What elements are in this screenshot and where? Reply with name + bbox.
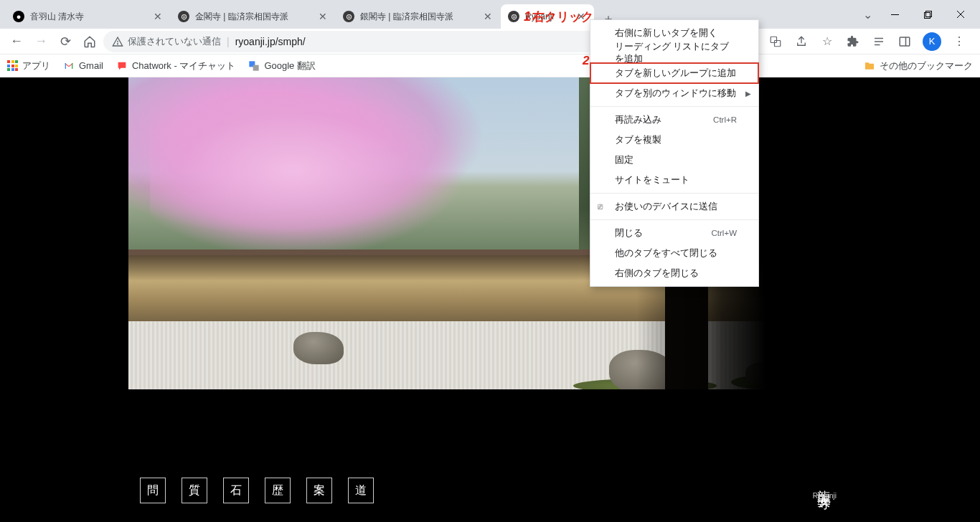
bookmarks-bar: アプリ Gmail Chatwork - マイチャット Google 翻訳 その… — [0, 54, 980, 77]
separator — [590, 193, 758, 194]
tab-1[interactable]: ⊜ 金閣寺 | 臨済宗相国寺派 ✕ — [171, 4, 336, 29]
bookmark-google-translate[interactable]: Google 翻訳 — [248, 60, 316, 72]
submenu-arrow-icon: ▶ — [745, 90, 751, 98]
favicon-icon: ⊜ — [343, 11, 354, 22]
svg-rect-12 — [900, 37, 910, 46]
other-bookmarks[interactable]: その他のブックマーク — [864, 60, 973, 72]
security-warning: 保護されていない通信 — [112, 35, 221, 48]
favicon-icon: ⊜ — [178, 11, 189, 22]
nav-item-2[interactable]: 石 — [223, 478, 249, 503]
devices-icon: ⎚ — [598, 201, 603, 212]
bookmark-gmail[interactable]: Gmail — [63, 60, 103, 72]
home-button[interactable] — [79, 31, 100, 52]
svg-rect-2 — [925, 11, 931, 16]
chevron-down-icon[interactable]: ⌄ — [857, 8, 878, 22]
ctx-close-right[interactable]: 右側のタブを閉じる — [590, 263, 758, 283]
toolbar-icons: ☆ K ⋮ — [760, 32, 974, 51]
nav-item-0[interactable]: 問 — [140, 478, 166, 503]
svg-rect-8 — [775, 40, 781, 46]
tab-title: Ryoanji — [525, 11, 573, 22]
site-nav: 問 質 石 歴 案 道 — [140, 478, 374, 503]
close-icon[interactable]: ✕ — [575, 11, 587, 22]
ctx-close[interactable]: 閉じるCtrl+W — [590, 223, 758, 243]
apps-button[interactable]: アプリ — [7, 60, 50, 72]
separator — [590, 106, 758, 107]
share-icon[interactable] — [793, 34, 809, 49]
page-content: 問 質 石 歴 案 道 龍安寺 Ryoanji 細川護熙筆「雲龍図」特別公開のお… — [0, 77, 980, 522]
nav-item-1[interactable]: 質 — [182, 478, 207, 503]
warning-icon — [112, 36, 123, 47]
close-icon[interactable]: ✕ — [317, 11, 329, 22]
address-bar-row: ← → ⟳ 保護されていない通信 | ryoanji.jp/smph/ ☆ K … — [0, 29, 980, 54]
tab-2[interactable]: ⊜ 銀閣寺 | 臨済宗相国寺派 ✕ — [336, 4, 501, 29]
nav-item-3[interactable]: 歴 — [265, 478, 291, 503]
tab-title: 銀閣寺 | 臨済宗相国寺派 — [360, 11, 479, 23]
site-logo: 龍安寺 Ryoanji — [813, 479, 837, 500]
close-icon[interactable]: ✕ — [152, 11, 164, 22]
back-button[interactable]: ← — [6, 31, 27, 52]
favicon-icon: ● — [13, 11, 24, 22]
tab-0[interactable]: ● 音羽山 清水寺 ✕ — [6, 4, 171, 29]
extensions-icon[interactable] — [845, 34, 861, 49]
chatwork-icon — [116, 60, 128, 72]
kebab-menu-icon[interactable]: ⋮ — [951, 34, 967, 49]
separator — [590, 219, 758, 220]
bookmark-chatwork[interactable]: Chatwork - マイチャット — [116, 60, 235, 72]
profile-avatar[interactable]: K — [923, 32, 941, 51]
ctx-add-to-group[interactable]: タブを新しいグループに追加 — [590, 63, 758, 83]
svg-point-6 — [118, 43, 118, 44]
logo-en: Ryoanji — [813, 492, 837, 500]
apps-grid-icon — [7, 60, 18, 71]
svg-rect-1 — [924, 12, 930, 18]
translate-icon[interactable] — [768, 34, 783, 49]
tab-title: 金閣寺 | 臨済宗相国寺派 — [195, 11, 314, 23]
svg-rect-15 — [253, 65, 259, 70]
gmail-icon — [63, 60, 75, 72]
minimize-button[interactable] — [878, 4, 911, 25]
tab-context-menu: 右側に新しいタブを開く リーディング リストにタブを追加 タブを新しいグループに… — [590, 19, 759, 287]
google-translate-icon — [248, 60, 260, 72]
ctx-send-to-device[interactable]: ⎚お使いのデバイスに送信 — [590, 196, 758, 217]
favicon-icon: ⊜ — [508, 11, 519, 22]
logo-kanji: 龍安寺 — [818, 479, 831, 488]
ctx-pin[interactable]: 固定 — [590, 150, 758, 170]
tab-3-active[interactable]: ⊜ Ryoanji ✕ — [501, 4, 594, 29]
reading-list-icon[interactable] — [871, 34, 887, 49]
side-panel-icon[interactable] — [897, 34, 913, 49]
ctx-add-reading-list[interactable]: リーディング リストにタブを追加 — [590, 43, 758, 63]
url-text: ryoanji.jp/smph/ — [235, 36, 306, 47]
nav-item-5[interactable]: 道 — [348, 478, 374, 503]
close-window-button[interactable] — [944, 4, 977, 25]
maximize-button[interactable] — [911, 4, 944, 25]
folder-icon — [864, 60, 875, 72]
ctx-duplicate[interactable]: タブを複製 — [590, 130, 758, 150]
ctx-close-others[interactable]: 他のタブをすべて閉じる — [590, 243, 758, 263]
forward-button[interactable]: → — [30, 31, 52, 52]
svg-rect-7 — [771, 37, 776, 42]
ctx-open-right[interactable]: 右側に新しいタブを開く — [590, 23, 758, 43]
ctx-move-to-window[interactable]: タブを別のウィンドウに移動▶ — [590, 83, 758, 103]
browser-titlebar: ● 音羽山 清水寺 ✕ ⊜ 金閣寺 | 臨済宗相国寺派 ✕ ⊜ 銀閣寺 | 臨済… — [0, 0, 980, 29]
close-icon[interactable]: ✕ — [482, 11, 494, 22]
bookmark-star-icon[interactable]: ☆ — [819, 34, 835, 49]
ctx-mute[interactable]: サイトをミュート — [590, 170, 758, 190]
nav-item-4[interactable]: 案 — [306, 478, 332, 503]
window-controls: ⌄ — [857, 0, 980, 29]
ctx-reload[interactable]: 再読み込みCtrl+R — [590, 110, 758, 130]
tab-title: 音羽山 清水寺 — [30, 11, 149, 23]
reload-button[interactable]: ⟳ — [55, 31, 76, 52]
